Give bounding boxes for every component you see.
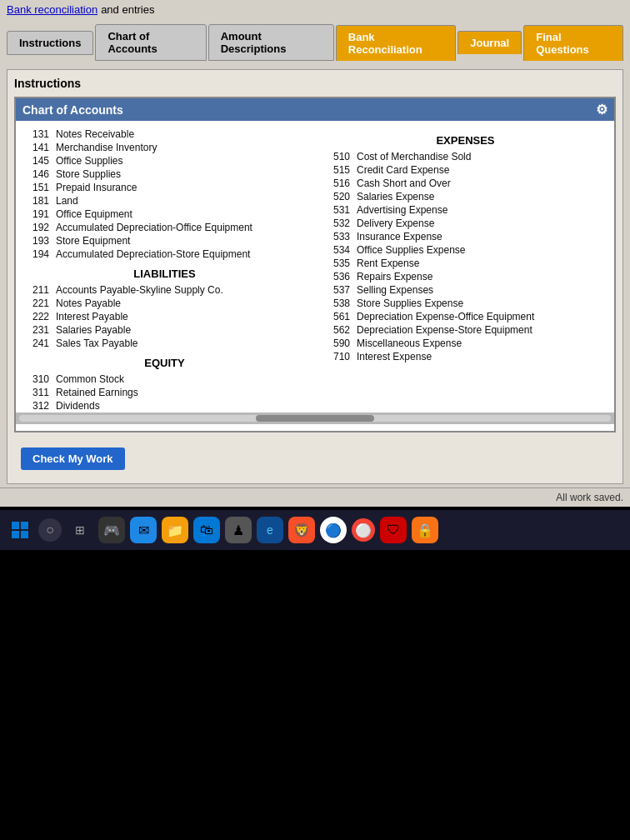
account-row: 510 Cost of Merchandise Sold (323, 150, 608, 163)
account-row: 221 Notes Payable (22, 297, 307, 310)
status-bar: All work saved. (0, 488, 630, 507)
account-row: 151 Prepaid Insurance (22, 181, 307, 194)
task-view-button[interactable]: ⊞ (67, 517, 93, 543)
status-text: All work saved. (556, 492, 623, 503)
chart-panel-header: Chart of Accounts ⚙ (16, 98, 614, 121)
windows-start-button[interactable] (7, 517, 33, 543)
horizontal-scrollbar[interactable] (16, 412, 614, 424)
account-row: 534 Office Supplies Expense (323, 243, 608, 257)
account-row: 531 Advertising Expense (323, 203, 608, 217)
tab-final-questions[interactable]: Final Questions (523, 25, 623, 61)
taskbar-chrome2-icon[interactable]: ⚪ (352, 518, 375, 542)
taskbar-folder-icon[interactable]: 📁 (162, 517, 188, 543)
scroll-track (19, 415, 611, 422)
account-row: 231 Salaries Payable (22, 323, 307, 337)
account-row: 241 Sales Tax Payable (22, 337, 307, 350)
account-row: 146 Store Supplies (22, 168, 307, 181)
account-row: 537 Selling Expenses (323, 283, 608, 297)
taskbar-store-icon[interactable]: 🛍 (193, 517, 220, 543)
account-row: 193 Store Equipment (22, 234, 307, 248)
account-row: 131 Notes Receivable (22, 128, 307, 141)
taskbar-edge-icon[interactable]: e (257, 517, 283, 543)
account-row: 141 Merchandise Inventory (22, 141, 307, 154)
account-row: 520 Salaries Expense (323, 190, 608, 203)
tab-bank-reconciliation[interactable]: Bank Reconciliation (336, 25, 456, 61)
account-row: 590 Miscellaneous Expense (323, 337, 608, 350)
taskbar-norton-icon[interactable]: 🔒 (412, 517, 438, 543)
instructions-title: Instructions (14, 77, 616, 90)
account-row: 538 Store Supplies Expense (323, 297, 608, 310)
account-row: 562 Depreciation Expense-Store Equipment (323, 323, 608, 337)
scroll-thumb[interactable] (256, 415, 374, 422)
gear-icon[interactable]: ⚙ (596, 102, 608, 118)
search-button[interactable]: ○ (38, 518, 62, 542)
tab-journal[interactable]: Journal (458, 31, 522, 54)
account-row: 311 Retained Earnings (22, 386, 307, 399)
account-row: 211 Accounts Payable-Skyline Supply Co. (22, 283, 307, 297)
left-accounts-column: 131 Notes Receivable 141 Merchandise Inv… (22, 128, 307, 412)
tab-amount-descriptions[interactable]: Amount Descriptions (208, 24, 334, 61)
taskbar-mcafee-icon[interactable]: 🛡 (380, 517, 407, 543)
account-row: 181 Land (22, 194, 307, 208)
account-row: 310 Common Stock (22, 372, 307, 386)
main-content: Instructions Chart of Accounts ⚙ 131 Not… (7, 69, 623, 484)
breadcrumb-link[interactable]: Bank reconciliation (7, 3, 98, 16)
tab-chart-of-accounts[interactable]: Chart of Accounts (95, 24, 206, 61)
tab-instructions[interactable]: Instructions (7, 31, 93, 55)
expenses-header: EXPENSES (323, 134, 608, 147)
account-row: 532 Delivery Expense (323, 217, 608, 230)
check-my-work-button[interactable]: Check My Work (21, 448, 125, 470)
chart-panel-title: Chart of Accounts (22, 103, 123, 117)
taskbar-brave-icon[interactable]: 🦁 (288, 517, 315, 543)
account-row: 191 Office Equipment (22, 208, 307, 221)
account-row: 561 Depreciation Expense-Office Equipmen… (323, 310, 608, 323)
account-row: 312 Dividends (22, 399, 307, 412)
right-accounts-column: EXPENSES 510 Cost of Merchandise Sold 51… (323, 128, 608, 412)
liabilities-header: LIABILITIES (22, 268, 307, 280)
breadcrumb-rest: and entries (101, 3, 154, 16)
account-row: 515 Credit Card Expense (323, 163, 608, 177)
taskbar-chess-icon[interactable]: ♟ (225, 517, 252, 543)
equity-header: EQUITY (22, 357, 307, 369)
tab-navigation: Instructions Chart of Accounts Amount De… (0, 19, 630, 66)
account-row: 145 Office Supplies (22, 154, 307, 168)
chart-of-accounts-panel: Chart of Accounts ⚙ 131 Notes Receivable… (14, 97, 616, 432)
account-row: 192 Accumulated Depreciation-Office Equi… (22, 221, 307, 234)
account-row: 535 Rent Expense (323, 257, 608, 270)
black-area (0, 550, 630, 717)
accounts-layout: 131 Notes Receivable 141 Merchandise Inv… (22, 128, 608, 412)
taskbar: ○ ⊞ 🎮 ✉ 📁 🛍 ♟ e 🦁 🔵 ⚪ 🛡 🔒 (0, 510, 630, 550)
account-row: 533 Insurance Expense (323, 230, 608, 243)
account-row: 516 Cash Short and Over (323, 177, 608, 190)
account-row: 536 Repairs Expense (323, 270, 608, 283)
taskbar-chrome-icon[interactable]: 🔵 (320, 517, 347, 543)
taskbar-game-icon[interactable]: 🎮 (98, 517, 125, 543)
account-row: 710 Interest Expense (323, 350, 608, 363)
account-row: 222 Interest Payable (22, 310, 307, 323)
taskbar-mail-icon[interactable]: ✉ (130, 517, 157, 543)
account-row: 194 Accumulated Depreciation-Store Equip… (22, 248, 307, 261)
